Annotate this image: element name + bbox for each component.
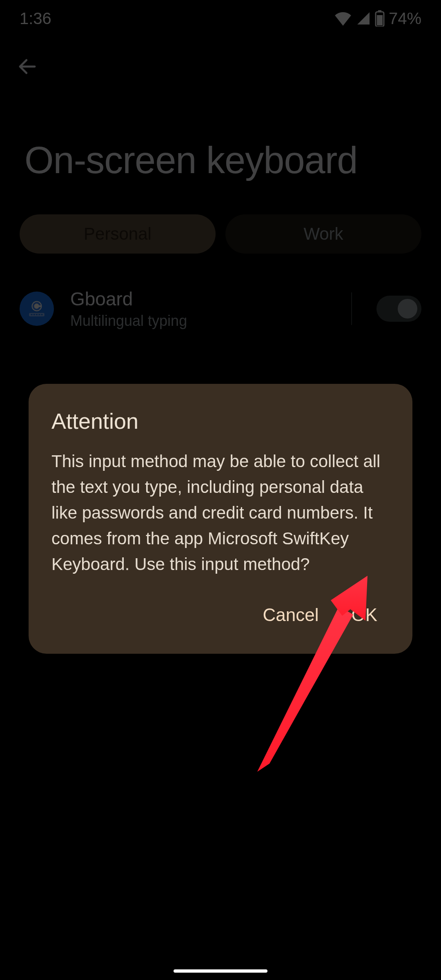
attention-dialog: Attention This input method may be able … (29, 384, 412, 654)
dialog-title: Attention (51, 408, 390, 434)
dialog-body: This input method may be able to collect… (51, 448, 390, 577)
ok-button[interactable]: OK (347, 597, 381, 633)
nav-handle[interactable] (174, 969, 267, 973)
cancel-button[interactable]: Cancel (258, 597, 323, 633)
